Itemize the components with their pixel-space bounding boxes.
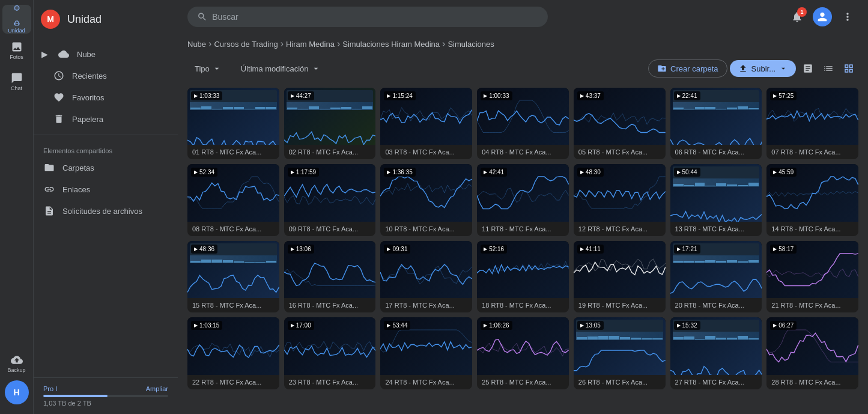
video-duration-16: ▶ 13:06: [288, 245, 314, 254]
search-input[interactable]: [212, 12, 538, 22]
video-item-14[interactable]: ▶ 45:59 14 RT8 - MTC Fx Aca...: [766, 164, 858, 236]
video-duration-1: ▶ 1:03:33: [191, 91, 222, 100]
video-thumbnail-20: ▶ 17:21: [670, 241, 762, 298]
video-item-23[interactable]: ▶ 17:00 23 RT8 - MTC Fx Aca...: [284, 317, 376, 389]
video-grid-container: ▶ 1:03:33 01 RT8 - MTC Fx Aca... ▶ 44:27: [178, 83, 868, 414]
sidebar-item-label-carpetas: Carpetas: [62, 163, 94, 172]
video-item-10[interactable]: ▶ 1:36:35 10 RT8 - MTC Fx Aca...: [380, 164, 472, 236]
more-options-button[interactable]: [837, 6, 858, 28]
video-thumbnail-15: ▶ 48:36: [187, 241, 279, 298]
breadcrumb-nube[interactable]: Nube: [187, 40, 206, 49]
video-duration-17: ▶ 09:31: [384, 245, 410, 254]
icon-bar-item-unidad[interactable]: Unidad: [2, 5, 31, 34]
sidebar-item-papelera[interactable]: Papelera: [34, 108, 173, 130]
video-label-6: 06 RT8 - MTC Fx Aca...: [670, 145, 762, 159]
video-label-11: 11 RT8 - MTC Fx Aca...: [477, 222, 569, 236]
video-item-15[interactable]: ▶ 48:36 15 RT8 - MTC Fx Aca...: [187, 241, 279, 312]
topbar-avatar[interactable]: [813, 7, 832, 26]
video-item-1[interactable]: ▶ 1:03:33 01 RT8 - MTC Fx Aca...: [187, 88, 279, 159]
video-item-9[interactable]: ▶ 1:17:59 09 RT8 - MTC Fx Aca...: [284, 164, 376, 236]
video-item-13[interactable]: ▶ 50:44 13 RT8 - MTC Fx Aca...: [670, 164, 762, 236]
sidebar-item-label-enlaces: Enlaces: [62, 185, 90, 194]
video-item-12[interactable]: ▶ 48:30 12 RT8 - MTC Fx Aca...: [574, 164, 666, 236]
video-item-6[interactable]: ▶ 22:41 06 RT8 - MTC Fx Aca...: [670, 88, 762, 159]
video-item-28[interactable]: ▶ 06:27 28 RT8 - MTC Fx Aca...: [766, 317, 858, 389]
sidebar-item-label-favoritos: Favoritos: [72, 93, 104, 102]
video-item-17[interactable]: ▶ 09:31 17 RT8 - MTC Fx Aca...: [380, 241, 472, 312]
video-item-7[interactable]: ▶ 57:25 07 RT8 - MTC Fx Aca...: [766, 88, 858, 159]
video-thumbnail-23: ▶ 17:00: [284, 317, 376, 374]
icon-bar-label-unidad: Unidad: [8, 28, 25, 34]
video-thumbnail-2: ▶ 44:27: [284, 88, 376, 145]
breadcrumb: Nube › Cursos de Trading › Hiram Medina …: [178, 34, 868, 54]
list-view-button[interactable]: [819, 59, 838, 78]
preview-view-button[interactable]: [798, 59, 818, 78]
video-label-19: 19 RT8 - MTC Fx Aca...: [574, 298, 666, 312]
upload-button[interactable]: Subir...: [730, 60, 796, 77]
video-item-16[interactable]: ▶ 13:06 16 RT8 - MTC Fx Aca...: [284, 241, 376, 312]
breadcrumb-simulaciones[interactable]: Simulaciones: [448, 40, 494, 49]
breadcrumb-simulaciones-hiram[interactable]: Simulaciones Hiram Medina: [342, 40, 440, 49]
heart-icon: [53, 91, 65, 103]
sidebar-item-label-recientes: Recientes: [72, 72, 107, 81]
video-label-7: 07 RT8 - MTC Fx Aca...: [766, 145, 858, 159]
video-thumbnail-7: ▶ 57:25: [766, 88, 858, 145]
video-thumbnail-17: ▶ 09:31: [380, 241, 472, 298]
video-thumbnail-26: ▶ 13:05: [574, 317, 666, 374]
video-item-20[interactable]: ▶ 17:21 20 RT8 - MTC Fx Aca...: [670, 241, 762, 312]
modificacion-filter-button[interactable]: Última modificación: [234, 60, 328, 77]
video-item-19[interactable]: ▶ 41:11 19 RT8 - MTC Fx Aca...: [574, 241, 666, 312]
icon-bar-item-chat[interactable]: Chat: [2, 67, 31, 96]
icon-bar-label-backup: Backup: [7, 367, 25, 373]
sidebar-item-nube[interactable]: ▶ Nube: [34, 43, 173, 65]
breadcrumb-cursos[interactable]: Cursos de Trading: [214, 40, 278, 49]
video-item-27[interactable]: ▶ 15:32 27 RT8 - MTC Fx Aca...: [670, 317, 762, 389]
video-item-24[interactable]: ▶ 53:44 24 RT8 - MTC Fx Aca...: [380, 317, 472, 389]
app-title: Unidad: [67, 13, 102, 26]
video-item-18[interactable]: ▶ 52:16 18 RT8 - MTC Fx Aca...: [477, 241, 569, 312]
sidebar-item-carpetas[interactable]: Carpetas: [34, 157, 173, 178]
video-label-21: 21 RT8 - MTC Fx Aca...: [766, 298, 858, 312]
video-duration-2: ▶ 44:27: [288, 91, 314, 100]
sidebar-item-enlaces[interactable]: Enlaces: [34, 178, 173, 200]
breadcrumb-sep-1: ›: [208, 38, 211, 49]
icon-bar-item-fotos[interactable]: Fotos: [2, 36, 31, 65]
video-duration-8: ▶ 52:34: [191, 168, 217, 177]
video-item-22[interactable]: ▶ 1:03:15 22 RT8 - MTC Fx Aca...: [187, 317, 279, 389]
notification-button[interactable]: 1: [786, 6, 808, 28]
video-duration-7: ▶ 57:25: [770, 91, 797, 100]
clock-icon: [53, 70, 65, 82]
icon-bar-item-backup[interactable]: Backup: [2, 349, 31, 378]
user-avatar-icon[interactable]: H: [5, 380, 29, 404]
grid-view-button[interactable]: [839, 59, 858, 78]
video-duration-28: ▶ 06:27: [770, 321, 797, 330]
video-item-26[interactable]: ▶ 13:05 26 RT8 - MTC Fx Aca...: [574, 317, 666, 389]
video-label-12: 12 RT8 - MTC Fx Aca...: [574, 222, 666, 236]
video-item-11[interactable]: ▶ 42:41 11 RT8 - MTC Fx Aca...: [477, 164, 569, 236]
video-thumbnail-1: ▶ 1:03:33: [187, 88, 279, 145]
topbar-actions: 1: [786, 6, 858, 28]
video-duration-24: ▶ 53:44: [384, 321, 410, 330]
video-label-15: 15 RT8 - MTC Fx Aca...: [187, 298, 279, 312]
breadcrumb-hiram[interactable]: Hiram Medina: [286, 40, 335, 49]
search-box[interactable]: [187, 7, 548, 27]
video-grid: ▶ 1:03:33 01 RT8 - MTC Fx Aca... ▶ 44:27: [187, 88, 858, 389]
video-item-4[interactable]: ▶ 1:00:33 04 RT8 - MTC Fx Aca...: [477, 88, 569, 159]
video-item-2[interactable]: ▶ 44:27 02 RT8 - MTC Fx Aca...: [284, 88, 376, 159]
video-item-25[interactable]: ▶ 1:06:26 25 RT8 - MTC Fx Aca...: [477, 317, 569, 389]
sidebar-item-label-solicitudes: Solicitudes de archivos: [62, 207, 142, 216]
video-item-3[interactable]: ▶ 1:15:24 03 RT8 - MTC Fx Aca...: [380, 88, 472, 159]
video-label-23: 23 RT8 - MTC Fx Aca...: [284, 375, 376, 389]
video-duration-22: ▶ 1:03:15: [191, 321, 222, 330]
ampliar-button[interactable]: Ampliar: [146, 385, 168, 392]
create-folder-button[interactable]: Crear carpeta: [648, 59, 727, 78]
video-item-21[interactable]: ▶ 58:17 21 RT8 - MTC Fx Aca...: [766, 241, 858, 312]
video-item-5[interactable]: ▶ 43:37 05 RT8 - MTC Fx Aca...: [574, 88, 666, 159]
sidebar-item-favoritos[interactable]: Favoritos: [34, 87, 173, 108]
tipo-filter-button[interactable]: Tipo: [187, 60, 229, 77]
sidebar-item-recientes[interactable]: Recientes: [34, 65, 173, 87]
video-thumbnail-5: ▶ 43:37: [574, 88, 666, 145]
sidebar-item-solicitudes[interactable]: Solicitudes de archivos: [34, 200, 173, 222]
video-item-8[interactable]: ▶ 52:34 08 RT8 - MTC Fx Aca...: [187, 164, 279, 236]
video-duration-13: ▶ 50:44: [674, 168, 700, 177]
